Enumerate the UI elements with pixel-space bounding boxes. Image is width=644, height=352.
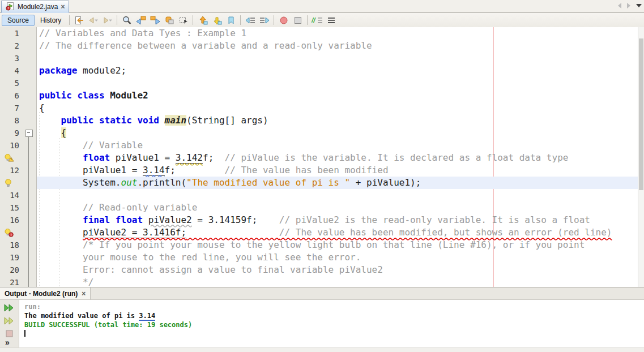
output-tab-close-icon[interactable]: × xyxy=(82,290,86,297)
history-view-button[interactable]: History xyxy=(35,15,67,26)
forward-icon[interactable] xyxy=(100,15,114,26)
gutter-line-18: 18 xyxy=(0,239,36,251)
code-token xyxy=(39,115,61,126)
code-token: .println( xyxy=(137,177,186,188)
gutter-line-6: 6 xyxy=(0,89,36,102)
code-line-2[interactable]: // The difference between a variable and… xyxy=(37,40,638,52)
find-selection-icon[interactable] xyxy=(120,15,134,26)
jump-last-edit-icon[interactable] xyxy=(72,15,86,26)
code-token: { xyxy=(61,127,67,138)
code-line-15[interactable]: // Read-only variable xyxy=(37,201,638,214)
code-token: */ xyxy=(83,277,93,287)
code-line-12[interactable]: piValue1 = 3.14f; // The value has been … xyxy=(37,164,638,177)
gutter-rows: 123456789101214151618192021 xyxy=(0,27,36,287)
scroll-tabs-right-icon[interactable] xyxy=(627,3,630,8)
uncomment-lines-icon[interactable] xyxy=(324,15,338,26)
toggle-highlight-search-icon[interactable] xyxy=(162,15,176,26)
code-line-8[interactable]: public static void main(String[] args) xyxy=(37,114,638,127)
code-line-16[interactable]: final float piValue2 = 3.14159f; // piVa… xyxy=(37,214,638,226)
code-token: Error: cannot assign a value to final va… xyxy=(83,264,383,275)
code-fold-collapse-icon[interactable] xyxy=(25,130,33,137)
code-token: f; xyxy=(203,152,225,163)
output-expand-icon[interactable]: » xyxy=(5,338,10,346)
code-token: public class xyxy=(39,90,105,101)
gutter-line-3: 3 xyxy=(0,52,36,65)
code-token: piValue1 = xyxy=(110,152,176,163)
svg-text://: // xyxy=(312,16,316,24)
tab-title: Module2.java xyxy=(18,3,58,11)
code-token: { xyxy=(39,102,45,113)
code-line-13[interactable]: System.out.println("The modified value o… xyxy=(37,177,638,189)
code-line-10[interactable]: // Variable xyxy=(37,139,638,152)
output-console[interactable]: run:The modified value of pi is 3.14BUIL… xyxy=(19,300,644,348)
code-token xyxy=(39,140,83,151)
code-token: piValue1 = xyxy=(39,165,143,175)
shift-line-right-icon[interactable] xyxy=(257,15,271,26)
code-token xyxy=(39,252,83,263)
output-tab[interactable]: Output - Module2 (run) × xyxy=(0,287,91,299)
editor-scrollbar[interactable] xyxy=(638,27,644,287)
gutter-line-7: 7 xyxy=(0,102,36,114)
code-token: // piValue is the variable. It is declar… xyxy=(225,152,569,163)
scrollbar-thumb[interactable] xyxy=(639,38,643,190)
output-token: run: xyxy=(24,303,41,311)
tab-list-dropdown-icon[interactable] xyxy=(636,4,642,7)
next-bookmark-icon[interactable] xyxy=(210,15,224,26)
find-previous-icon[interactable] xyxy=(134,15,148,26)
scroll-tabs-left-icon[interactable] xyxy=(618,3,621,8)
code-line-1[interactable]: // Variables and Data Tyes : Example 1 xyxy=(37,27,638,40)
code-line-20[interactable]: Error: cannot assign a value to final va… xyxy=(37,264,638,276)
output-panel: Output - Module2 (run) × » run:The modif… xyxy=(0,287,644,352)
code-line-7[interactable]: { xyxy=(37,102,638,114)
output-token: BUILD SUCCESSFUL (total time: 19 seconds… xyxy=(24,321,192,329)
code-token: piValue2 = 3.1416f; xyxy=(83,227,186,238)
gutter-line-11 xyxy=(0,152,36,164)
netbeans-window: Module2.java × Source History // 1234567… xyxy=(0,0,644,352)
rerun-with-changes-icon[interactable] xyxy=(3,316,16,326)
code-token: float xyxy=(83,152,110,163)
toggle-bookmark-icon[interactable] xyxy=(224,15,238,26)
code-line-11[interactable]: float piValue1 = 3.142f; // piValue is t… xyxy=(37,152,638,164)
comment-lines-icon[interactable]: // xyxy=(310,15,324,26)
code-line-4[interactable]: package module2; xyxy=(37,65,638,77)
code-area[interactable]: // Variables and Data Tyes : Example 1//… xyxy=(37,27,638,287)
code-token: (String[] args) xyxy=(186,115,268,126)
rectangular-selection-icon[interactable] xyxy=(176,15,190,26)
code-token xyxy=(39,214,83,225)
code-token: System. xyxy=(39,177,121,188)
code-token: package xyxy=(39,65,77,76)
back-icon[interactable] xyxy=(86,15,100,26)
code-line-21[interactable]: */ xyxy=(37,276,638,287)
editor-toolbar-icons: // xyxy=(72,15,338,26)
code-line-6[interactable]: public class Module2 xyxy=(37,89,638,102)
tab-module2-java[interactable]: Module2.java × xyxy=(1,1,69,13)
output-token: The modified value of pi is xyxy=(24,312,139,320)
toolbar-separator xyxy=(117,15,117,25)
shift-line-left-icon[interactable] xyxy=(243,15,257,26)
start-macro-recording-icon[interactable] xyxy=(276,15,291,26)
code-line-9[interactable]: { xyxy=(37,127,638,139)
code-line-17[interactable]: piValue2 = 3.1416f; // The value has bee… xyxy=(37,226,638,239)
code-token: // Variable xyxy=(83,140,143,151)
code-token: your mouse to the red line, you will see… xyxy=(83,252,361,263)
code-token: 3.142 xyxy=(176,152,203,164)
rerun-icon[interactable] xyxy=(3,303,16,313)
gutter-line-2: 2 xyxy=(0,40,36,52)
output-line: BUILD SUCCESSFUL (total time: 19 seconds… xyxy=(24,320,644,329)
code-line-14[interactable] xyxy=(37,189,638,201)
code-token: // The value has been modified, but show… xyxy=(279,227,612,238)
code-line-18[interactable]: /* If you point your mouse to the yellow… xyxy=(37,239,638,251)
toolbar-separator xyxy=(69,15,70,25)
stop-macro-recording-icon[interactable] xyxy=(291,15,305,26)
code-token: /* If you point your mouse to the yellow… xyxy=(83,239,585,250)
code-editor: 123456789101214151618192021 // Variables… xyxy=(0,27,644,287)
code-line-19[interactable]: your mouse to the red line, you will see… xyxy=(37,251,638,264)
source-view-button[interactable]: Source xyxy=(2,15,35,26)
code-fold-guide xyxy=(28,136,29,287)
find-next-icon[interactable] xyxy=(148,15,162,26)
code-token: // The difference between a variable and… xyxy=(39,40,372,51)
code-line-3[interactable] xyxy=(37,52,638,65)
code-line-5[interactable] xyxy=(37,77,638,89)
previous-bookmark-icon[interactable] xyxy=(195,15,210,26)
tab-close-icon[interactable]: × xyxy=(61,3,65,10)
